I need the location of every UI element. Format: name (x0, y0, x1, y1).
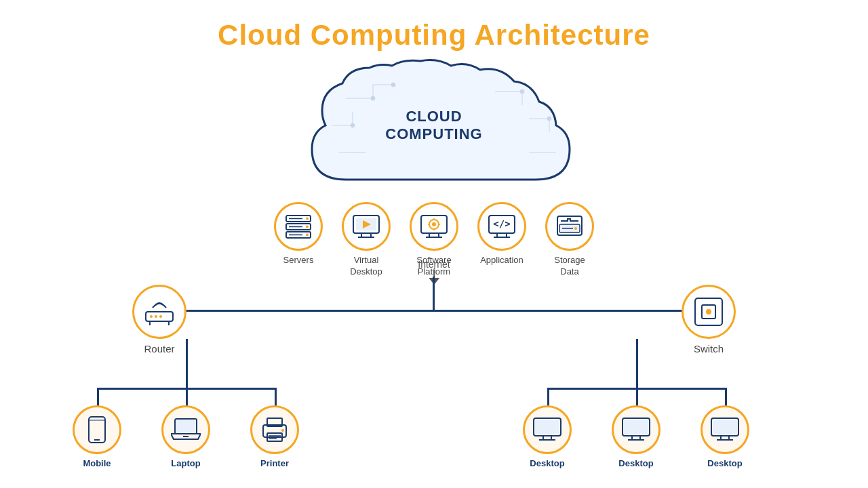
cloud-label: CLOUDCOMPUTING (385, 108, 482, 144)
router-node: Router (132, 285, 186, 354)
internet-vertical-line (433, 277, 435, 312)
svg-point-20 (306, 226, 309, 228)
svg-point-14 (547, 117, 551, 121)
svg-point-49 (574, 227, 577, 230)
service-virtual-desktop: VirtualDesktop (336, 202, 397, 278)
virtual-desktop-icon-circle (342, 202, 391, 251)
service-storage-data: StorageData (539, 202, 600, 278)
svg-point-12 (351, 123, 355, 127)
switch-icon-circle (682, 285, 736, 339)
svg-point-19 (306, 218, 309, 220)
svg-point-60 (706, 309, 711, 314)
application-icon-circle: </> (477, 202, 526, 251)
printer-device: Printer (250, 405, 299, 468)
servers-icon-circle (274, 202, 323, 251)
desktop3-icon-circle (701, 405, 749, 454)
printer-icon-circle (250, 405, 299, 454)
storage-data-icon-circle (545, 202, 594, 251)
svg-rect-65 (176, 420, 195, 432)
laptop-device: Laptop (161, 405, 210, 468)
router-icon-circle (132, 285, 186, 339)
svg-point-36 (432, 222, 436, 226)
svg-rect-84 (713, 420, 737, 434)
mobile-icon-circle (73, 405, 121, 454)
printer-label: Printer (260, 458, 289, 468)
desktop2-device: Desktop (612, 405, 660, 468)
svg-point-15 (391, 83, 395, 87)
application-label: Application (480, 255, 524, 266)
switch-node: Switch (682, 285, 736, 354)
mobile-device: Mobile (73, 405, 121, 468)
svg-rect-79 (624, 420, 648, 434)
router-label: Router (144, 343, 174, 354)
router-vertical-line (186, 339, 188, 388)
page-title: Cloud Computing Architecture (0, 0, 868, 52)
svg-point-55 (159, 315, 162, 318)
desktop2-label: Desktop (618, 458, 653, 468)
laptop-vert-line (186, 388, 188, 407)
svg-point-21 (306, 234, 309, 237)
svg-rect-61 (89, 417, 105, 443)
svg-point-13 (520, 89, 524, 94)
cloud-container: CLOUDCOMPUTING (292, 58, 576, 200)
desktop3-label: Desktop (707, 458, 742, 468)
switch-label: Switch (694, 343, 724, 354)
mobile-label: Mobile (83, 458, 111, 468)
desktop1-device: Desktop (523, 405, 572, 468)
software-platform-icon-circle (410, 202, 458, 251)
desktop1-vert-line (547, 388, 549, 407)
service-servers: Servers (268, 202, 329, 266)
svg-point-53 (150, 315, 153, 318)
desktop3-vert-line (725, 388, 727, 407)
virtual-desktop-label: VirtualDesktop (350, 255, 382, 278)
laptop-icon-circle (161, 405, 210, 454)
desktop1-icon-circle (523, 405, 572, 454)
laptop-label: Laptop (171, 458, 200, 468)
desktop2-vert-line (636, 388, 638, 407)
svg-point-11 (371, 96, 375, 100)
service-application: </> Application (471, 202, 532, 266)
svg-point-70 (281, 429, 284, 432)
desktop3-device: Desktop (701, 405, 749, 468)
servers-label: Servers (283, 255, 314, 266)
desktop1-label: Desktop (530, 458, 564, 468)
svg-rect-74 (535, 420, 559, 434)
switch-vertical-line (636, 339, 638, 388)
svg-point-54 (155, 315, 157, 318)
svg-text:</>: </> (493, 218, 510, 229)
desktop2-icon-circle (612, 405, 660, 454)
storage-data-label: StorageData (554, 255, 585, 278)
printer-vert-line (275, 388, 277, 407)
internet-label: Internet (418, 259, 450, 270)
mobile-vert-line (97, 388, 99, 407)
